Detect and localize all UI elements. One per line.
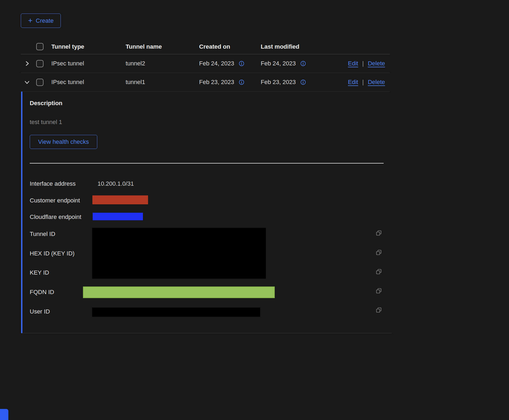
customer-endpoint-label: Customer endpoint <box>30 197 80 204</box>
create-button-label: Create <box>36 17 53 24</box>
created-on-cell: Feb 24, 2023 <box>199 60 261 67</box>
cloudflare-endpoint-redacted-value <box>93 213 143 220</box>
copy-hex-id-button[interactable] <box>376 249 382 256</box>
edit-button[interactable]: Edit <box>348 60 358 67</box>
info-icon <box>239 61 245 66</box>
copy-icon <box>376 230 382 236</box>
edit-button[interactable]: Edit <box>348 79 358 86</box>
plus-icon: + <box>28 17 32 24</box>
tunnel-name-cell: tunnel2 <box>126 60 199 67</box>
row-actions: Edit | Delete <box>320 79 390 86</box>
created-on-value: Feb 24, 2023 <box>199 60 234 67</box>
row-checkbox[interactable] <box>36 79 43 86</box>
last-modified-value: Feb 23, 2023 <box>261 79 296 86</box>
key-id-label: KEY ID <box>30 269 49 276</box>
hex-id-label: HEX ID (KEY ID) <box>30 250 75 257</box>
tunnels-table: Tunnel type Tunnel name Created on Last … <box>21 39 390 92</box>
created-on-cell: Feb 23, 2023 <box>199 79 261 86</box>
actions-separator: | <box>362 60 364 67</box>
last-modified-value: Feb 24, 2023 <box>261 60 296 67</box>
last-modified-info-button[interactable] <box>300 61 306 66</box>
delete-button[interactable]: Delete <box>368 79 385 86</box>
view-health-checks-button[interactable]: View health checks <box>30 135 97 149</box>
copy-icon <box>376 307 382 313</box>
copy-user-id-button[interactable] <box>376 307 382 314</box>
fqdn-id-redacted-value <box>83 286 275 298</box>
copy-fqdn-id-button[interactable] <box>376 288 382 295</box>
table-header-row: Tunnel type Tunnel name Created on Last … <box>21 39 390 54</box>
row-checkbox[interactable] <box>36 60 43 67</box>
last-modified-cell: Feb 24, 2023 <box>261 60 320 67</box>
user-id-label: User ID <box>30 308 50 315</box>
delete-button[interactable]: Delete <box>368 60 385 67</box>
expand-row-button[interactable] <box>23 59 31 68</box>
column-header-last-modified: Last modified <box>261 43 320 50</box>
column-header-tunnel-name: Tunnel name <box>126 43 199 50</box>
fqdn-id-label: FQDN ID <box>30 289 54 296</box>
select-all-checkbox[interactable] <box>36 43 43 50</box>
last-modified-cell: Feb 23, 2023 <box>261 79 320 86</box>
copy-icon <box>376 269 382 275</box>
interface-address-value: 10.200.1.0/31 <box>98 180 134 187</box>
description-value: test tunnel 1 <box>30 119 62 126</box>
corner-widget-button[interactable] <box>0 409 8 420</box>
customer-endpoint-redacted-value <box>92 195 148 204</box>
info-icon <box>300 61 306 66</box>
row-actions: Edit | Delete <box>320 60 390 67</box>
tunnel-id-label: Tunnel ID <box>30 231 55 238</box>
actions-separator: | <box>362 79 364 86</box>
created-on-value: Feb 23, 2023 <box>199 79 234 86</box>
tunnel-hex-key-id-redacted-value <box>92 228 266 279</box>
copy-icon <box>376 288 382 294</box>
created-on-info-button[interactable] <box>239 79 245 85</box>
cloudflare-endpoint-label: Cloudflare endpoint <box>30 214 81 221</box>
tunnel-type-cell: IPsec tunnel <box>51 79 126 86</box>
description-label: Description <box>30 100 62 107</box>
interface-address-label: Interface address <box>30 180 76 187</box>
copy-icon <box>376 249 382 256</box>
header-checkbox-cell <box>36 43 51 50</box>
details-divider <box>30 163 384 164</box>
chevron-right-icon <box>24 61 30 66</box>
info-icon <box>239 79 245 85</box>
chevron-down-icon <box>24 79 30 85</box>
create-button[interactable]: + Create <box>21 14 61 28</box>
tunnel-type-cell: IPsec tunnel <box>51 60 126 67</box>
tunnel-name-cell: tunnel1 <box>126 79 199 86</box>
table-row-tunnel2: IPsec tunnel tunnel2 Feb 24, 2023 Feb 24… <box>21 54 390 73</box>
copy-tunnel-id-button[interactable] <box>376 230 382 237</box>
column-header-tunnel-type: Tunnel type <box>51 43 126 50</box>
last-modified-info-button[interactable] <box>300 79 306 85</box>
created-on-info-button[interactable] <box>239 61 245 66</box>
column-header-created-on: Created on <box>199 43 261 50</box>
table-row-tunnel1: IPsec tunnel tunnel1 Feb 23, 2023 Feb 23… <box>21 73 390 92</box>
user-id-redacted-value <box>92 308 260 317</box>
tunnel-details-panel: Description test tunnel 1 View health ch… <box>21 92 392 333</box>
collapse-row-button[interactable] <box>23 78 31 86</box>
info-icon <box>300 79 306 85</box>
copy-key-id-button[interactable] <box>376 269 382 276</box>
